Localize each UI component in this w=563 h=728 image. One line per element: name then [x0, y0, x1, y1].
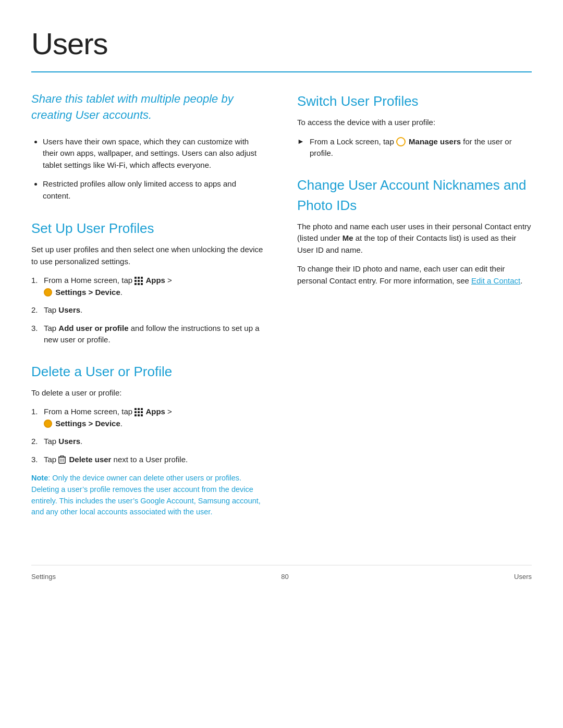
note-label: Note: [31, 474, 48, 482]
switch-section-title: Switch User Profiles: [297, 91, 532, 112]
note-text: Note: Only the device owner can delete o…: [31, 473, 266, 518]
right-column: Switch User Profiles To access the devic…: [297, 91, 532, 534]
bullet-item: Users have their own space, which they c…: [43, 136, 266, 171]
change-para1: The photo and name each user uses in the…: [297, 221, 532, 256]
setup-section-intro: Set up user profiles and then select one…: [31, 244, 266, 267]
svg-rect-0: [59, 457, 65, 463]
setup-section-title: Set Up User Profiles: [31, 218, 266, 239]
title-divider: [31, 71, 532, 72]
settings-device-label: Settings > Device: [55, 288, 120, 297]
switch-step: ► From a Lock screen, tap Manage users f…: [297, 136, 532, 159]
change-para2: To change their ID photo and name, each …: [297, 263, 532, 287]
setup-steps: From a Home screen, tap Apps > Settings …: [31, 275, 266, 346]
apps-label: Apps: [145, 276, 165, 285]
apps-label-2: Apps: [145, 407, 165, 416]
settings-circle-icon-2: [44, 419, 52, 428]
footer-center: 80: [281, 572, 288, 582]
change-section: Change User Account Nicknames and Photo …: [297, 175, 532, 287]
manage-users-icon: [396, 137, 406, 146]
delete-step-1: From a Home screen, tap Apps > Settings …: [31, 406, 266, 429]
edit-contact-link[interactable]: Edit a Contact: [471, 276, 520, 285]
note-body: : Only the device owner can delete other…: [31, 474, 261, 516]
footer-right: Users: [514, 572, 532, 582]
switch-step-text: From a Lock screen, tap Manage users for…: [310, 136, 532, 159]
manage-users-label: Manage users: [409, 137, 461, 146]
setup-step-2: Tap Users.: [31, 304, 266, 316]
page-title: Users: [31, 21, 532, 66]
apps-grid-icon-2: [134, 408, 143, 416]
main-content: Share this tablet with multiple people b…: [31, 91, 532, 534]
setup-step-3: Tap Add user or profile and follow the i…: [31, 323, 266, 346]
footer: Settings 80 Users: [31, 565, 532, 582]
arrow-icon: ►: [297, 136, 305, 147]
settings-circle-icon: [44, 288, 52, 297]
delete-user-label: Delete user: [69, 455, 112, 464]
bullet-item: Restricted profiles allow only limited a…: [43, 178, 266, 202]
trash-icon: [58, 455, 66, 464]
change-para2-end: .: [520, 276, 522, 285]
me-label: Me: [342, 233, 353, 242]
delete-section-intro: To delete a user or profile:: [31, 387, 266, 399]
delete-step-3: Tap Delete user next to a User profile.: [31, 454, 266, 466]
users-label-2: Users: [58, 437, 80, 446]
settings-device-label-2: Settings > Device: [55, 419, 120, 428]
apps-grid-icon: [134, 277, 143, 285]
left-column: Share this tablet with multiple people b…: [31, 91, 266, 534]
switch-section: Switch User Profiles To access the devic…: [297, 91, 532, 159]
delete-steps: From a Home screen, tap Apps > Settings …: [31, 406, 266, 465]
bullet-list: Users have their own space, which they c…: [31, 136, 266, 202]
change-section-title: Change User Account Nicknames and Photo …: [297, 175, 532, 216]
switch-section-intro: To access the device with a user profile…: [297, 117, 532, 129]
footer-left: Settings: [31, 572, 56, 582]
delete-section-title: Delete a User or Profile: [31, 362, 266, 382]
setup-step-1: From a Home screen, tap Apps > Settings …: [31, 275, 266, 298]
intro-text: Share this tablet with multiple people b…: [31, 91, 266, 124]
add-user-label: Add user or profile: [58, 324, 128, 332]
delete-section: Delete a User or Profile To delete a use…: [31, 362, 266, 519]
users-label: Users: [58, 305, 80, 314]
delete-step-2: Tap Users.: [31, 436, 266, 448]
setup-section: Set Up User Profiles Set up user profile…: [31, 218, 266, 346]
svg-rect-4: [60, 455, 64, 457]
